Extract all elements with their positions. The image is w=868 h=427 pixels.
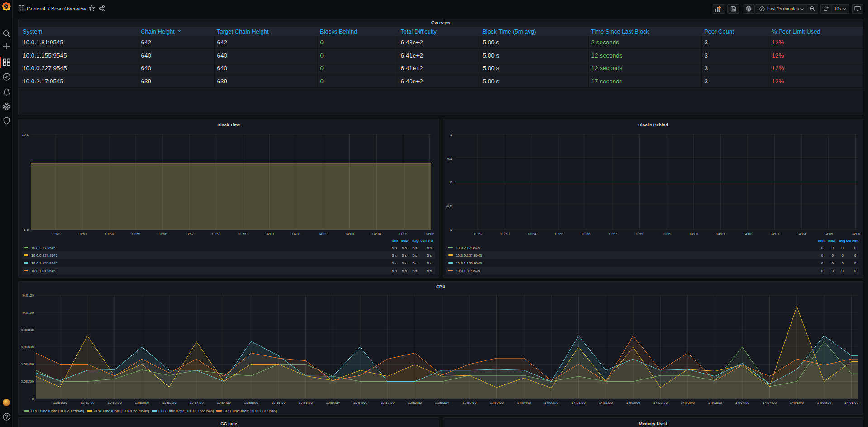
svg-text:13:57: 13:57 xyxy=(185,232,194,236)
svg-text:14:05: 14:05 xyxy=(398,232,408,236)
svg-text:14:06: 14:06 xyxy=(851,232,860,236)
svg-text:0.0100: 0.0100 xyxy=(23,311,34,315)
svg-text:13:53:00: 13:53:00 xyxy=(135,401,149,405)
svg-text:14:03:30: 14:03:30 xyxy=(708,401,722,405)
svg-text:13:53:30: 13:53:30 xyxy=(162,401,176,405)
svg-text:0.00600: 0.00600 xyxy=(21,345,34,349)
svg-text:13:56:00: 13:56:00 xyxy=(299,401,313,405)
svg-text:13:53: 13:53 xyxy=(78,232,87,236)
svg-text:13:52: 13:52 xyxy=(473,232,483,236)
svg-text:13:52:00: 13:52:00 xyxy=(80,401,95,405)
svg-text:13:57: 13:57 xyxy=(608,232,618,236)
svg-text:13:56: 13:56 xyxy=(158,232,167,236)
svg-text:13:53: 13:53 xyxy=(501,232,510,236)
svg-text:13:55:30: 13:55:30 xyxy=(272,401,286,405)
svg-text:14:01: 14:01 xyxy=(291,232,301,236)
svg-text:13:59:00: 13:59:00 xyxy=(463,401,477,405)
svg-text:14:04:30: 14:04:30 xyxy=(763,401,777,405)
svg-text:14:01:30: 14:01:30 xyxy=(599,401,613,405)
svg-text:14:04:00: 14:04:00 xyxy=(735,401,750,405)
svg-text:14:00:30: 14:00:30 xyxy=(544,401,559,405)
svg-text:14:01: 14:01 xyxy=(716,232,725,236)
svg-text:13:59: 13:59 xyxy=(662,232,672,236)
svg-text:0.00800: 0.00800 xyxy=(21,328,34,332)
svg-text:14:02: 14:02 xyxy=(318,232,328,236)
svg-text:14:00: 14:00 xyxy=(265,232,274,236)
svg-text:14:03:00: 14:03:00 xyxy=(681,401,695,405)
svg-text:13:54: 13:54 xyxy=(527,232,537,236)
svg-text:10 s: 10 s xyxy=(22,133,29,137)
svg-text:14:02:30: 14:02:30 xyxy=(653,401,668,405)
svg-text:14:03: 14:03 xyxy=(770,232,780,236)
svg-text:13:56:30: 13:56:30 xyxy=(326,401,340,405)
svg-text:13:58:30: 13:58:30 xyxy=(435,401,449,405)
svg-text:14:05: 14:05 xyxy=(824,232,834,236)
svg-text:13:58: 13:58 xyxy=(211,232,221,236)
svg-text:13:57:30: 13:57:30 xyxy=(381,401,395,405)
svg-text:13:52: 13:52 xyxy=(51,232,61,236)
svg-text:13:58:00: 13:58:00 xyxy=(408,401,422,405)
svg-text:13:58: 13:58 xyxy=(635,232,645,236)
svg-text:14:06: 14:06 xyxy=(425,232,435,236)
svg-text:13:59: 13:59 xyxy=(238,232,248,236)
svg-text:13:54: 13:54 xyxy=(105,232,114,236)
svg-text:14:06:00: 14:06:00 xyxy=(844,401,859,405)
svg-text:0.5: 0.5 xyxy=(447,157,453,161)
svg-text:-0.5: -0.5 xyxy=(446,204,452,208)
svg-text:14:02: 14:02 xyxy=(743,232,753,236)
svg-text:1: 1 xyxy=(450,133,453,137)
svg-text:13:57:00: 13:57:00 xyxy=(353,401,367,405)
svg-text:-1: -1 xyxy=(449,228,453,232)
svg-text:14:03: 14:03 xyxy=(345,232,354,236)
svg-text:0.00400: 0.00400 xyxy=(21,362,34,366)
svg-text:13:52:30: 13:52:30 xyxy=(108,401,122,405)
svg-text:0: 0 xyxy=(32,397,34,401)
svg-text:0: 0 xyxy=(450,180,453,184)
svg-text:13:55:00: 13:55:00 xyxy=(244,401,258,405)
svg-text:13:55: 13:55 xyxy=(131,232,141,236)
svg-text:13:56: 13:56 xyxy=(581,232,591,236)
svg-text:0.00200: 0.00200 xyxy=(21,379,34,384)
svg-text:14:00: 14:00 xyxy=(689,232,699,236)
svg-text:14:02:00: 14:02:00 xyxy=(626,401,640,405)
svg-text:14:01:00: 14:01:00 xyxy=(572,401,586,405)
svg-text:14:04: 14:04 xyxy=(797,232,806,236)
svg-text:14:05:00: 14:05:00 xyxy=(790,401,804,405)
svg-text:13:59:30: 13:59:30 xyxy=(490,401,504,405)
svg-text:14:04: 14:04 xyxy=(372,232,381,236)
svg-text:13:55: 13:55 xyxy=(554,232,564,236)
svg-text:0.0120: 0.0120 xyxy=(23,293,34,297)
svg-text:14:00:00: 14:00:00 xyxy=(517,401,531,405)
svg-text:13:51:30: 13:51:30 xyxy=(53,401,67,405)
svg-text:1 s: 1 s xyxy=(24,228,29,232)
svg-text:13:54:30: 13:54:30 xyxy=(217,401,231,405)
svg-text:14:05:30: 14:05:30 xyxy=(817,401,832,405)
svg-text:13:54:00: 13:54:00 xyxy=(190,401,204,405)
